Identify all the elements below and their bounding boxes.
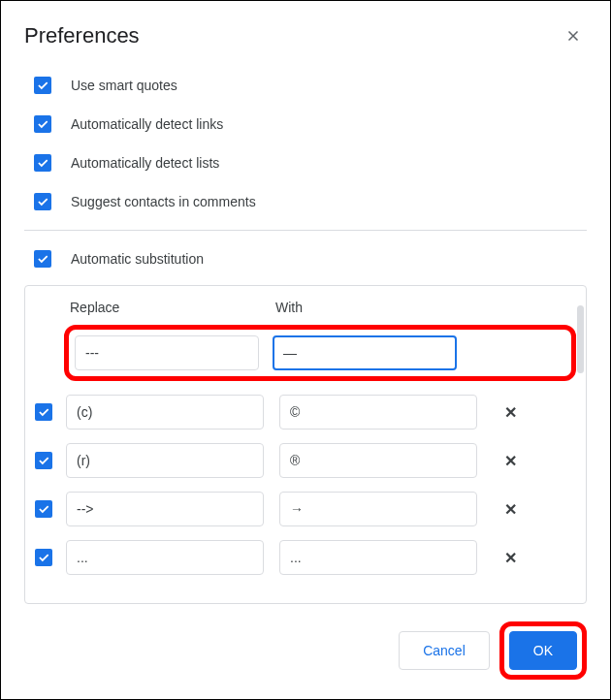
option-detect-links[interactable]: Automatically detect links xyxy=(34,115,587,133)
scrollbar-thumb[interactable] xyxy=(577,305,584,373)
close-icon[interactable] xyxy=(560,22,587,49)
replace-input[interactable] xyxy=(75,335,259,370)
remove-icon[interactable]: ✕ xyxy=(500,403,520,422)
checkbox-icon[interactable] xyxy=(35,549,52,566)
option-auto-substitution[interactable]: Automatic substitution xyxy=(24,250,587,268)
checkbox-icon[interactable] xyxy=(35,452,52,469)
column-header-with: With xyxy=(275,300,303,315)
option-detect-lists[interactable]: Automatically detect lists xyxy=(34,154,587,172)
cancel-button[interactable]: Cancel xyxy=(399,631,490,670)
with-input[interactable] xyxy=(279,443,477,478)
option-suggest-contacts[interactable]: Suggest contacts in comments xyxy=(34,193,587,210)
replace-input[interactable] xyxy=(66,492,264,526)
dialog-header: Preferences xyxy=(24,22,587,49)
checkbox-icon[interactable] xyxy=(34,154,51,172)
option-label: Automatically detect lists xyxy=(71,155,219,171)
new-substitution-row xyxy=(64,325,576,381)
preferences-dialog: Preferences Use smart quotes Automatical… xyxy=(1,1,610,699)
checkbox-icon[interactable] xyxy=(34,193,51,210)
replace-input[interactable] xyxy=(66,395,264,430)
option-label: Automatic substitution xyxy=(71,251,204,267)
ok-highlight: OK xyxy=(499,621,587,680)
ok-button[interactable]: OK xyxy=(509,631,577,670)
table-row: ✕ xyxy=(35,492,576,526)
substitution-table: Replace With ✕ ✕ ✕ xyxy=(24,285,587,604)
checkbox-icon[interactable] xyxy=(35,500,52,518)
divider xyxy=(24,230,587,231)
with-input[interactable] xyxy=(279,395,477,430)
with-input[interactable] xyxy=(273,335,457,370)
option-label: Suggest contacts in comments xyxy=(71,194,256,209)
checkbox-icon[interactable] xyxy=(35,403,52,421)
table-header: Replace With xyxy=(35,300,576,315)
checkbox-icon[interactable] xyxy=(34,77,51,94)
checkbox-icon[interactable] xyxy=(34,250,51,268)
table-row: ✕ xyxy=(35,395,576,430)
replace-input[interactable] xyxy=(66,443,264,478)
table-row: ✕ xyxy=(35,540,576,575)
dialog-title: Preferences xyxy=(24,23,140,48)
checkbox-icon[interactable] xyxy=(34,115,51,133)
substitution-rows: ✕ ✕ ✕ ✕ xyxy=(35,395,576,575)
option-label: Automatically detect links xyxy=(71,116,223,132)
remove-icon[interactable]: ✕ xyxy=(500,549,520,567)
options-group: Use smart quotes Automatically detect li… xyxy=(24,77,587,226)
replace-input[interactable] xyxy=(66,540,264,575)
with-input[interactable] xyxy=(279,492,477,526)
with-input[interactable] xyxy=(279,540,477,575)
dialog-footer: Cancel OK xyxy=(24,621,587,680)
remove-icon[interactable]: ✕ xyxy=(500,452,520,470)
table-row: ✕ xyxy=(35,443,576,478)
column-header-replace: Replace xyxy=(70,300,275,315)
remove-icon[interactable]: ✕ xyxy=(500,500,520,519)
option-label: Use smart quotes xyxy=(71,78,177,93)
option-smart-quotes[interactable]: Use smart quotes xyxy=(34,77,587,94)
